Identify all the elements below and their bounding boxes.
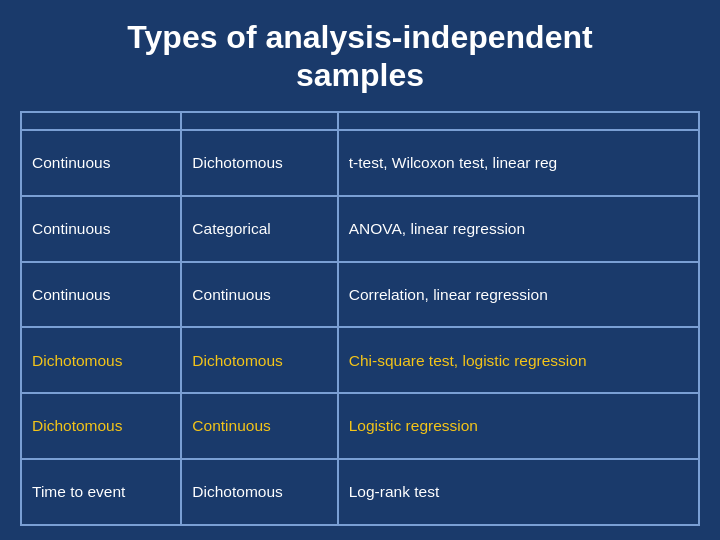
header-analysis	[338, 112, 699, 130]
table-row: ContinuousCategoricalANOVA, linear regre…	[21, 196, 699, 262]
slide: Types of analysis-independentsamples Con…	[0, 0, 720, 540]
table-row: ContinuousContinuousCorrelation, linear …	[21, 262, 699, 328]
cell-r2-c1: Continuous	[181, 262, 337, 328]
cell-r0-c2: t-test, Wilcoxon test, linear reg	[338, 130, 699, 196]
title-text-normal: Types of analysis-	[127, 19, 402, 55]
cell-r0-c1: Dichotomous	[181, 130, 337, 196]
table-row: DichotomousContinuousLogistic regression	[21, 393, 699, 459]
cell-r5-c1: Dichotomous	[181, 459, 337, 525]
cell-r1-c0: Continuous	[21, 196, 181, 262]
cell-r3-c1: Dichotomous	[181, 327, 337, 393]
table-row: DichotomousDichotomousChi-square test, l…	[21, 327, 699, 393]
cell-r5-c2: Log-rank test	[338, 459, 699, 525]
cell-r4-c0: Dichotomous	[21, 393, 181, 459]
analysis-table: ContinuousDichotomoust-test, Wilcoxon te…	[20, 111, 700, 526]
cell-r0-c0: Continuous	[21, 130, 181, 196]
cell-r3-c2: Chi-square test, logistic regression	[338, 327, 699, 393]
header-outcome	[21, 112, 181, 130]
header-explanatory	[181, 112, 337, 130]
cell-r4-c1: Continuous	[181, 393, 337, 459]
cell-r3-c0: Dichotomous	[21, 327, 181, 393]
table-header-row	[21, 112, 699, 130]
cell-r1-c1: Categorical	[181, 196, 337, 262]
cell-r2-c2: Correlation, linear regression	[338, 262, 699, 328]
table-row: Time to eventDichotomousLog-rank test	[21, 459, 699, 525]
table-row: ContinuousDichotomoust-test, Wilcoxon te…	[21, 130, 699, 196]
cell-r1-c2: ANOVA, linear regression	[338, 196, 699, 262]
cell-r5-c0: Time to event	[21, 459, 181, 525]
cell-r4-c2: Logistic regression	[338, 393, 699, 459]
cell-r2-c0: Continuous	[21, 262, 181, 328]
slide-title: Types of analysis-independentsamples	[127, 18, 592, 95]
